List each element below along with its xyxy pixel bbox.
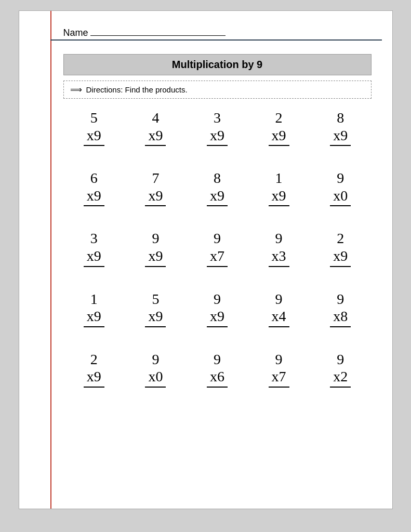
bottom-number: x7	[269, 368, 289, 388]
content-area: Multiplication by 9 ⟹ Directions: Find t…	[40, 49, 372, 411]
top-number: 9	[275, 351, 283, 368]
top-number: 7	[152, 169, 159, 187]
arrow-icon: ⟹	[70, 85, 82, 95]
bottom-number: x2	[330, 368, 351, 388]
bottom-number: x0	[145, 368, 166, 388]
bottom-number: x9	[145, 187, 166, 207]
problem-1-5: 8x9	[317, 109, 364, 146]
problem-1-3: 3x9	[194, 109, 241, 146]
bottom-number: x9	[269, 127, 289, 147]
top-number: 9	[152, 351, 159, 368]
problem-3-2: 9x9	[132, 230, 179, 267]
top-number: 9	[275, 290, 283, 308]
bottom-number: x9	[145, 127, 166, 147]
top-number: 6	[90, 169, 98, 187]
problem-4-2: 5x9	[132, 290, 179, 327]
left-margin-line	[50, 11, 51, 509]
bottom-number: x9	[84, 127, 104, 147]
problem-row-5: 2x99x09x69x79x2	[63, 351, 372, 388]
worksheet-page: Name Multiplication by 9 ⟹ Directions: F…	[19, 10, 393, 509]
bottom-number: x9	[84, 247, 104, 267]
top-number: 8	[337, 109, 344, 127]
problem-3-4: 9x3	[256, 230, 302, 267]
name-section: Name	[40, 26, 372, 38]
top-number: 2	[275, 109, 283, 127]
bottom-number: x9	[84, 308, 104, 327]
top-number: 9	[275, 230, 283, 247]
problem-1-2: 4x9	[132, 109, 179, 146]
top-number: 3	[90, 230, 98, 247]
bottom-number: x4	[269, 308, 289, 327]
problem-2-5: 9x0	[317, 169, 364, 206]
name-field[interactable]	[90, 26, 226, 36]
top-number: 4	[152, 109, 159, 127]
problem-row-1: 5x94x93x92x98x9	[63, 109, 372, 146]
bottom-number: x9	[330, 127, 351, 147]
top-number: 9	[152, 230, 159, 247]
top-number: 9	[214, 351, 221, 368]
bottom-number: x9	[207, 187, 228, 207]
top-number: 5	[90, 109, 98, 127]
problem-3-5: 2x9	[317, 230, 364, 267]
bottom-number: x8	[330, 308, 351, 327]
top-number: 9	[214, 290, 221, 308]
problem-1-4: 2x9	[256, 109, 302, 146]
problem-4-5: 9x8	[317, 290, 364, 327]
problem-5-3: 9x6	[194, 351, 241, 388]
bottom-number: x9	[145, 308, 166, 327]
top-number: 9	[337, 290, 344, 308]
directions-box: ⟹ Directions: Find the products.	[63, 81, 372, 99]
bottom-number: x9	[207, 308, 228, 327]
problems-grid: 5x94x93x92x98x96x97x98x91x99x03x99x99x79…	[63, 109, 372, 411]
problem-row-4: 1x95x99x99x49x8	[63, 290, 372, 327]
bottom-number: x0	[330, 187, 351, 207]
problem-5-2: 9x0	[132, 351, 179, 388]
top-number: 3	[214, 109, 221, 127]
problem-5-1: 2x9	[71, 351, 117, 388]
problem-2-3: 8x9	[194, 169, 241, 206]
top-margin-line	[50, 39, 382, 41]
top-number: 9	[337, 351, 344, 368]
problem-3-3: 9x7	[194, 230, 241, 267]
top-number: 8	[214, 169, 221, 187]
top-number: 2	[337, 230, 344, 247]
top-number: 9	[214, 230, 221, 247]
problem-row-2: 6x97x98x91x99x0	[63, 169, 372, 206]
bottom-number: x9	[330, 247, 351, 267]
problem-row-3: 3x99x99x79x32x9	[63, 230, 372, 267]
bottom-number: x6	[207, 368, 228, 388]
top-number: 2	[90, 351, 98, 368]
bottom-number: x9	[84, 187, 104, 207]
bottom-number: x9	[207, 127, 228, 147]
top-number: 1	[90, 290, 98, 308]
top-number: 9	[337, 169, 344, 187]
problem-5-4: 9x7	[256, 351, 302, 388]
problem-5-5: 9x2	[317, 351, 364, 388]
directions-text: Directions: Find the products.	[86, 85, 188, 94]
bottom-number: x9	[269, 187, 289, 207]
problem-2-2: 7x9	[132, 169, 179, 206]
problem-3-1: 3x9	[71, 230, 117, 267]
bottom-number: x9	[84, 368, 104, 388]
problem-4-4: 9x4	[256, 290, 302, 327]
problem-2-1: 6x9	[71, 169, 117, 206]
top-number: 5	[152, 290, 159, 308]
problem-1-1: 5x9	[71, 109, 117, 146]
problem-4-1: 1x9	[71, 290, 117, 327]
bottom-number: x3	[269, 247, 289, 267]
bottom-number: x7	[207, 247, 228, 267]
problem-2-4: 1x9	[256, 169, 302, 206]
bottom-number: x9	[145, 247, 166, 267]
name-label: Name	[63, 28, 88, 38]
top-number: 1	[275, 169, 283, 187]
worksheet-title: Multiplication by 9	[63, 54, 372, 75]
problem-4-3: 9x9	[194, 290, 241, 327]
